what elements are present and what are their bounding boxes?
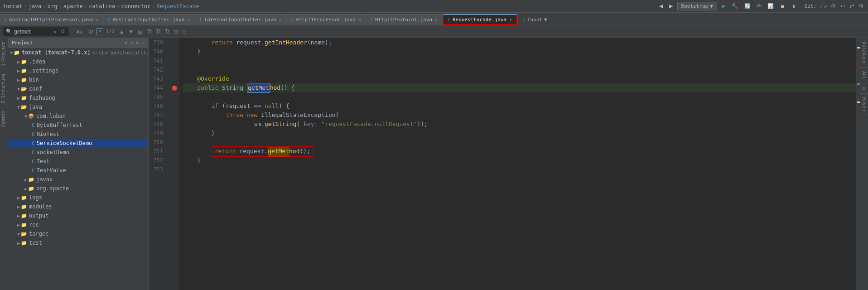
database-panel-tab[interactable]: Database xyxy=(860,38,868,68)
tree-testfolder[interactable]: ▶ 📁 test xyxy=(8,238,148,247)
tree-javax[interactable]: ▶ 📁 javax xyxy=(8,175,148,184)
folder-icon: 📁 xyxy=(14,50,20,56)
tab-close-icon[interactable]: × xyxy=(187,17,190,22)
tab-internalinputbuffer[interactable]: C InternalInputBuffer.java × xyxy=(195,14,287,25)
commit-panel-tab[interactable]: Commit xyxy=(0,107,8,130)
search-prev-btn[interactable]: ▲ xyxy=(117,28,125,35)
tree-orgapache[interactable]: ▶ 📁 org.apache xyxy=(8,184,148,193)
search-tt3-btn[interactable]: Tt xyxy=(164,28,171,35)
tree-java[interactable]: ▼ 📂 java xyxy=(8,102,148,111)
tree-settings[interactable]: ▶ 📁 .settings xyxy=(8,66,148,75)
tree-item-label: res xyxy=(29,222,39,228)
navigate-forward-btn[interactable]: ▶ xyxy=(667,2,675,10)
tree-root[interactable]: ▼ 📁 tomcat [tomcat-7.0.x] G:\lu'ban\tomc… xyxy=(8,48,148,57)
tree-arrow-icon: ▶ xyxy=(17,204,20,209)
tab-close-icon[interactable]: × xyxy=(96,17,98,22)
tree-item-label: .idea xyxy=(29,58,45,65)
folder-icon: 📁 xyxy=(28,186,34,192)
maven-mini-panel-tab[interactable]: m xyxy=(860,83,868,94)
pause-button[interactable]: ⏸ xyxy=(790,3,798,10)
tree-socketdemo[interactable]: C socketDemo xyxy=(8,148,148,157)
tab-http11processor[interactable]: C Http11Processor.java × xyxy=(287,14,366,25)
tree-bin[interactable]: ▶ 📁 bin xyxy=(8,75,148,84)
tab-label: RequestFacade.java xyxy=(453,17,506,23)
ant-panel-tab[interactable]: Ant xyxy=(860,68,868,83)
stop-button[interactable]: ⏹ xyxy=(778,3,787,10)
tab-requestfacade[interactable]: C RequestFacade.java × xyxy=(443,14,517,25)
breadcrumb-tomcat[interactable]: tomcat xyxy=(3,3,22,10)
git-settings-btn[interactable]: ⚙ xyxy=(857,2,865,10)
tree-modules[interactable]: ▶ 📁 modules xyxy=(8,202,148,211)
input-tab-icon: i xyxy=(522,17,526,23)
folder-icon: 📁 xyxy=(21,204,27,210)
reload-button[interactable]: ⟳ xyxy=(755,2,763,10)
sidebar-sync-icon[interactable]: ⊕ xyxy=(125,40,128,46)
search-input[interactable] xyxy=(14,29,50,35)
tab-close-icon[interactable]: × xyxy=(279,17,282,22)
breadcrumb-connector[interactable]: connector xyxy=(121,3,150,10)
coverage-button[interactable]: 📊 xyxy=(766,2,776,10)
navigate-back-btn[interactable]: ◀ xyxy=(657,2,665,10)
tree-res[interactable]: ▶ 📁 res xyxy=(8,220,148,229)
search-in-selection-btn[interactable]: ▤ xyxy=(136,28,144,35)
search-tt2-btn[interactable]: Tt xyxy=(154,28,162,35)
git-check-icon[interactable]: ✓ xyxy=(819,3,823,10)
tab-abstracthttp11processor[interactable]: C AbstractHttp11Processor.java × xyxy=(0,14,104,25)
search-filter-btn[interactable]: ▽ xyxy=(181,28,188,35)
breadcrumb-file[interactable]: RequestFacade xyxy=(157,3,199,10)
structure-panel-tab[interactable]: Z-Structure xyxy=(0,70,8,107)
tree-test[interactable]: C Test xyxy=(8,157,148,166)
git-undo-btn[interactable]: ↩ xyxy=(839,2,847,10)
tab-abstractinputbuffer[interactable]: C AbstractInputBuffer.java × xyxy=(104,14,195,25)
search-word-btn[interactable]: W xyxy=(86,28,95,35)
search-tt-btn[interactable]: Tt xyxy=(145,28,153,35)
git-history-btn[interactable]: ⏱ xyxy=(829,3,838,10)
tree-testvalve[interactable]: C TestValve xyxy=(8,166,148,175)
tree-output[interactable]: ▶ 📁 output xyxy=(8,211,148,220)
bootstrap-dropdown[interactable]: Bootstrap ▼ xyxy=(677,2,717,10)
search-clear-btn[interactable]: × xyxy=(52,29,58,35)
search-match-getmet-751: getMet xyxy=(268,147,289,156)
update-button[interactable]: 🔄 xyxy=(743,2,752,10)
git-push-icon[interactable]: ✔ xyxy=(824,3,828,10)
maven-panel-tab[interactable]: Maven xyxy=(860,94,868,115)
tree-logs[interactable]: ▶ 📁 logs xyxy=(8,193,148,202)
tree-fuzhuang[interactable]: ▶ 📁 fuzhuang xyxy=(8,93,148,102)
breadcrumb-java[interactable]: java xyxy=(29,3,42,10)
search-align-btn[interactable]: ⊟ xyxy=(172,28,179,35)
tree-bytebuffertest[interactable]: C ByteBufferTest xyxy=(8,121,148,130)
build-button[interactable]: 🔨 xyxy=(730,2,740,10)
tree-item-label: com.luban xyxy=(36,113,66,119)
input-tab[interactable]: i Input ▼ xyxy=(517,14,551,25)
java-file-icon: C xyxy=(5,17,7,22)
tree-servicesocketdemo[interactable]: C ServiceSocketDemo xyxy=(8,139,148,148)
search-regex-opt-btn[interactable]: * xyxy=(96,28,103,35)
tree-conf[interactable]: ▼ 📂 conf xyxy=(8,84,148,93)
search-next-btn[interactable]: ▼ xyxy=(127,28,135,35)
tree-arrow-icon: ▶ xyxy=(17,96,20,101)
line-breakpoint-744[interactable]: 🔴 xyxy=(169,83,179,92)
tab-close-icon[interactable]: × xyxy=(358,17,361,22)
sidebar-collapse-icon[interactable]: ≡ xyxy=(130,40,133,46)
breadcrumb-catalina[interactable]: catalina xyxy=(89,3,115,10)
breadcrumb-org[interactable]: org xyxy=(48,3,58,10)
tree-comluban[interactable]: ▼ 📦 com.luban xyxy=(8,111,148,121)
search-case-btn[interactable]: Aa xyxy=(74,28,84,35)
tree-target[interactable]: ▼ 📂 target xyxy=(8,229,148,238)
input-tab-label: Input xyxy=(527,17,542,23)
project-sidebar: Project ⊕ ≡ ⚙ — ▼ 📁 tomcat [tomcat-7.0.x… xyxy=(8,38,149,290)
search-regex-btn[interactable]: ↺ xyxy=(59,28,66,35)
sidebar-settings-icon[interactable]: ⚙ xyxy=(136,40,139,46)
project-panel-tab[interactable]: 1:Project xyxy=(0,38,8,70)
breadcrumb-apache[interactable]: apache xyxy=(63,3,83,10)
tab-http11protocol[interactable]: C Http11Protocol.java × xyxy=(366,14,443,25)
tree-arrow-icon: ▶ xyxy=(17,59,20,64)
git-compare-btn[interactable]: ⇄ xyxy=(848,2,856,10)
editor-code[interactable]: return request.getIntHeader(name); } @Ov… xyxy=(179,38,856,290)
tree-niotest[interactable]: C NioTest xyxy=(8,130,148,139)
tab-close-icon[interactable]: × xyxy=(509,17,512,22)
tree-idea[interactable]: ▶ 📁 .idea xyxy=(8,57,148,66)
sidebar-close-icon[interactable]: — xyxy=(141,40,145,46)
run-button[interactable]: ▶ xyxy=(720,2,727,10)
tab-close-icon[interactable]: × xyxy=(435,17,438,22)
